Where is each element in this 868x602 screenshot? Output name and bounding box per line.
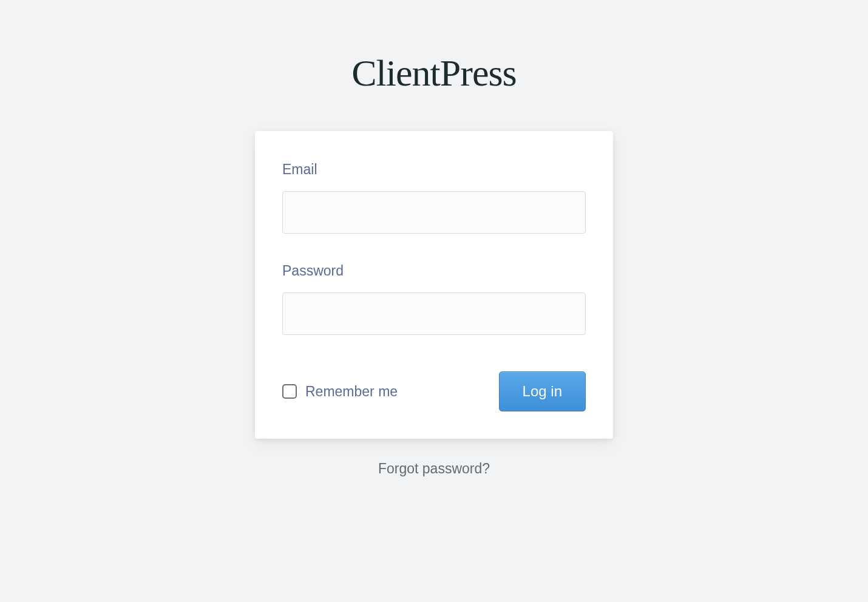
login-card: Email Password Remember me Log in xyxy=(255,131,613,439)
remember-me-label: Remember me xyxy=(305,384,398,400)
password-label: Password xyxy=(282,263,586,279)
password-input[interactable] xyxy=(282,293,586,335)
app-logo: ClientPress xyxy=(351,52,516,95)
email-label: Email xyxy=(282,161,586,178)
remember-me-checkbox[interactable] xyxy=(282,384,297,399)
forgot-password-link[interactable]: Forgot password? xyxy=(378,461,490,477)
email-field-group: Email xyxy=(282,161,586,234)
remember-me-wrap[interactable]: Remember me xyxy=(282,384,398,400)
password-field-group: Password xyxy=(282,263,586,335)
action-row: Remember me Log in xyxy=(282,371,586,411)
login-button[interactable]: Log in xyxy=(499,371,586,411)
email-input[interactable] xyxy=(282,191,586,234)
